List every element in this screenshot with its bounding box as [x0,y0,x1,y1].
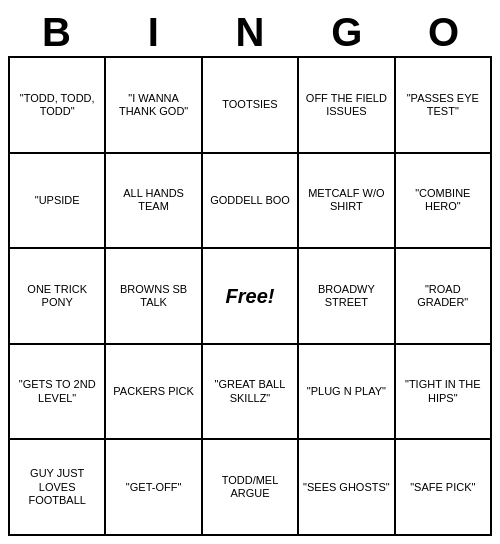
bingo-cell: "TIGHT IN THE HIPS" [396,345,492,441]
bingo-cell: "TODD, TODD, TODD" [10,58,106,154]
bingo-header: BINGO [8,8,492,56]
free-space-cell: Free! [203,249,299,345]
bingo-cell: GUY JUST LOVES FOOTBALL [10,440,106,536]
bingo-cell: "PASSES EYE TEST" [396,58,492,154]
bingo-cell: ALL HANDS TEAM [106,154,202,250]
bingo-cell: "ROAD GRADER" [396,249,492,345]
bingo-cell: PACKERS PICK [106,345,202,441]
bingo-header-letter: B [8,8,105,56]
bingo-cell: "PLUG N PLAY" [299,345,395,441]
bingo-cell: BROWNS SB TALK [106,249,202,345]
bingo-grid: "TODD, TODD, TODD""I WANNA THANK GOD"TOO… [8,56,492,536]
bingo-header-letter: G [298,8,395,56]
bingo-header-letter: I [105,8,202,56]
bingo-cell: "GREAT BALL SKILLZ" [203,345,299,441]
bingo-cell: TODD/MEL ARGUE [203,440,299,536]
bingo-cell: GODDELL BOO [203,154,299,250]
bingo-cell: "SAFE PICK" [396,440,492,536]
bingo-cell: "I WANNA THANK GOD" [106,58,202,154]
bingo-header-letter: O [395,8,492,56]
bingo-cell: "COMBINE HERO" [396,154,492,250]
bingo-header-letter: N [202,8,299,56]
bingo-cell: "UPSIDE [10,154,106,250]
bingo-cell: "GET-OFF" [106,440,202,536]
bingo-cell: TOOTSIES [203,58,299,154]
bingo-cell: ONE TRICK PONY [10,249,106,345]
bingo-cell: "GETS TO 2ND LEVEL" [10,345,106,441]
bingo-cell: "SEES GHOSTS" [299,440,395,536]
bingo-cell: METCALF W/O SHIRT [299,154,395,250]
bingo-cell: OFF THE FIELD ISSUES [299,58,395,154]
bingo-cell: BROADWY STREET [299,249,395,345]
